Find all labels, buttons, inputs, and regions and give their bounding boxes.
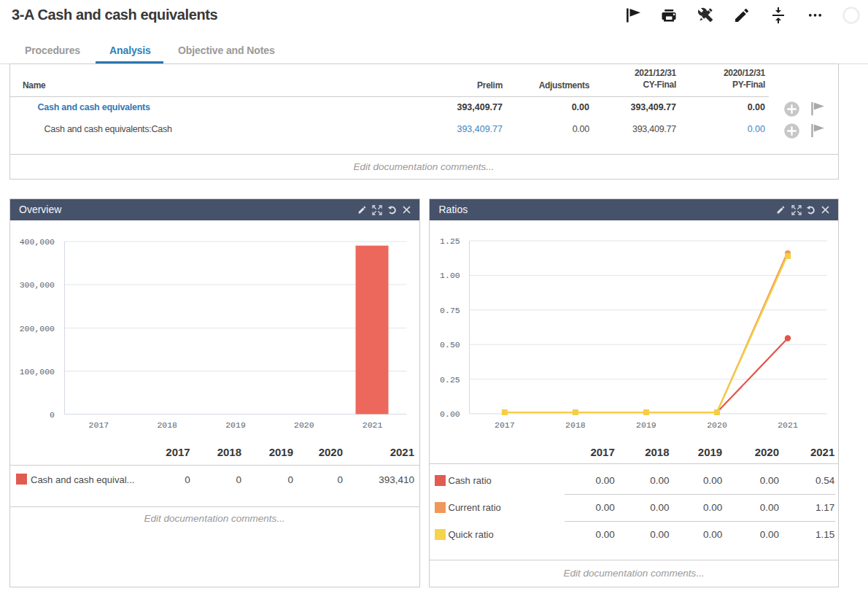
svg-text:1.25: 1.25 [440, 236, 460, 246]
svg-text:2020: 2020 [293, 420, 314, 430]
svg-text:300,000: 300,000 [19, 280, 54, 290]
svg-text:2020: 2020 [707, 420, 727, 430]
svg-text:1.00: 1.00 [440, 271, 460, 280]
svg-text:200,000: 200,000 [19, 324, 54, 333]
svg-text:2018: 2018 [565, 420, 586, 430]
svg-text:2019: 2019 [225, 420, 246, 430]
svg-text:2021: 2021 [362, 420, 382, 430]
svg-text:2018: 2018 [157, 420, 177, 430]
svg-text:0.25: 0.25 [440, 375, 460, 385]
svg-text:100,000: 100,000 [19, 367, 54, 377]
svg-text:2017: 2017 [88, 420, 109, 430]
svg-text:0: 0 [50, 410, 55, 420]
svg-text:0.75: 0.75 [440, 306, 460, 315]
svg-text:2021: 2021 [778, 420, 798, 430]
svg-text:2019: 2019 [636, 420, 656, 430]
svg-text:400,000: 400,000 [19, 237, 54, 247]
svg-text:2017: 2017 [495, 420, 515, 430]
svg-text:0.00: 0.00 [440, 409, 460, 419]
svg-text:0.50: 0.50 [440, 340, 460, 350]
